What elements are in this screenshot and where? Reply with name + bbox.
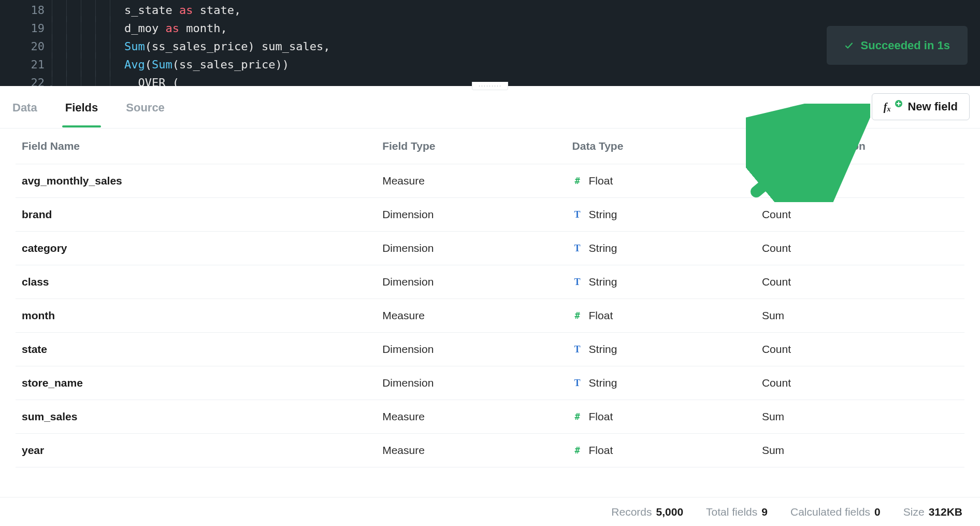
cell-aggregation: Count	[756, 366, 964, 400]
cell-field-type: Dimension	[376, 333, 566, 366]
table-row[interactable]: classDimensionTStringCount	[16, 265, 964, 299]
data-type-label: Float	[589, 175, 613, 187]
table-row[interactable]: yearMeasure#FloatSum	[16, 434, 964, 467]
cell-field-type: Dimension	[376, 232, 566, 265]
table-row[interactable]: avg_monthly_salesMeasure#FloatSum	[16, 164, 964, 198]
cell-aggregation: Sum	[756, 400, 964, 434]
query-status-text: Succeeded in 1s	[861, 36, 950, 54]
string-type-icon: T	[572, 209, 583, 220]
data-type-label: String	[589, 377, 617, 389]
cell-data-type: TString	[566, 265, 756, 299]
data-type-label: Float	[589, 444, 613, 457]
cell-data-type: TString	[566, 366, 756, 400]
th-field-type[interactable]: Field Type	[376, 129, 566, 164]
table-row[interactable]: categoryDimensionTStringCount	[16, 232, 964, 265]
cell-field-name: state	[16, 333, 376, 366]
data-type-label: String	[589, 343, 617, 356]
line-number: 19	[0, 19, 52, 37]
cell-aggregation: Sum	[756, 299, 964, 333]
table-row[interactable]: monthMeasure#FloatSum	[16, 299, 964, 333]
tab-data[interactable]: Data	[12, 88, 37, 127]
line-number: 21	[0, 55, 52, 74]
line-number: 20	[0, 37, 52, 55]
cell-aggregation: Count	[756, 232, 964, 265]
cell-field-type: Measure	[376, 164, 566, 198]
fx-icon: fx	[884, 101, 891, 113]
cell-field-name: avg_monthly_sales	[16, 164, 376, 198]
new-field-button[interactable]: fx New field	[872, 93, 970, 120]
query-status-pill: Succeeded in 1s	[827, 26, 968, 65]
stat-records: Records5,000	[611, 506, 683, 518]
table-row[interactable]: stateDimensionTStringCount	[16, 333, 964, 366]
cell-field-type: Measure	[376, 299, 566, 333]
stat-total-fields: Total fields9	[706, 506, 768, 518]
plus-icon	[895, 100, 902, 107]
results-tabs-bar: DataFieldsSource fx New field	[0, 86, 980, 129]
tab-fields[interactable]: Fields	[65, 88, 98, 127]
table-row[interactable]: sum_salesMeasure#FloatSum	[16, 400, 964, 434]
cell-data-type: #Float	[566, 400, 756, 434]
table-row[interactable]: store_nameDimensionTStringCount	[16, 366, 964, 400]
cell-data-type: #Float	[566, 434, 756, 467]
cell-field-name: year	[16, 434, 376, 467]
cell-data-type: TString	[566, 232, 756, 265]
string-type-icon: T	[572, 277, 583, 288]
string-type-icon: T	[572, 378, 583, 389]
line-number: 18	[0, 1, 52, 19]
data-type-label: Float	[589, 410, 613, 423]
string-type-icon: T	[572, 344, 583, 355]
check-icon	[844, 41, 854, 50]
cell-field-type: Measure	[376, 400, 566, 434]
string-type-icon: T	[572, 243, 583, 254]
code-line[interactable]: 18s_state as state,	[0, 1, 980, 19]
cell-aggregation: Count	[756, 333, 964, 366]
line-number: 22▾	[0, 74, 52, 86]
cell-data-type: TString	[566, 198, 756, 232]
cell-data-type: TString	[566, 333, 756, 366]
cell-field-type: Measure	[376, 434, 566, 467]
cell-field-name: brand	[16, 198, 376, 232]
table-row[interactable]: brandDimensionTStringCount	[16, 198, 964, 232]
fields-table: Field Name Field Type Data Type Default …	[16, 129, 964, 467]
cell-field-name: store_name	[16, 366, 376, 400]
results-footer: Records5,000 Total fields9 Calculated fi…	[0, 497, 980, 526]
cell-field-name: month	[16, 299, 376, 333]
cell-aggregation: Sum	[756, 434, 964, 467]
number-type-icon: #	[572, 411, 583, 422]
cell-aggregation: Sum	[756, 164, 964, 198]
th-aggregation[interactable]: Default Aggregation	[756, 129, 964, 164]
sql-editor[interactable]: 18s_state as state,19d_moy as month,20Su…	[0, 0, 980, 86]
stat-calc-fields: Calculated fields0	[790, 506, 881, 518]
data-type-label: Float	[589, 309, 613, 322]
th-field-name[interactable]: Field Name	[16, 129, 376, 164]
number-type-icon: #	[572, 445, 583, 456]
data-type-label: String	[589, 242, 617, 254]
cell-field-type: Dimension	[376, 265, 566, 299]
cell-aggregation: Count	[756, 265, 964, 299]
cell-data-type: #Float	[566, 164, 756, 198]
cell-field-type: Dimension	[376, 366, 566, 400]
cell-aggregation: Count	[756, 198, 964, 232]
cell-field-name: category	[16, 232, 376, 265]
new-field-label: New field	[907, 100, 958, 113]
cell-field-type: Dimension	[376, 198, 566, 232]
th-data-type[interactable]: Data Type	[566, 129, 756, 164]
number-type-icon: #	[572, 310, 583, 321]
cell-data-type: #Float	[566, 299, 756, 333]
stat-size: Size312KB	[903, 506, 962, 518]
cell-field-name: class	[16, 265, 376, 299]
data-type-label: String	[589, 276, 617, 288]
cell-field-name: sum_sales	[16, 400, 376, 434]
tab-source[interactable]: Source	[126, 88, 165, 127]
number-type-icon: #	[572, 176, 583, 186]
data-type-label: String	[589, 208, 617, 221]
